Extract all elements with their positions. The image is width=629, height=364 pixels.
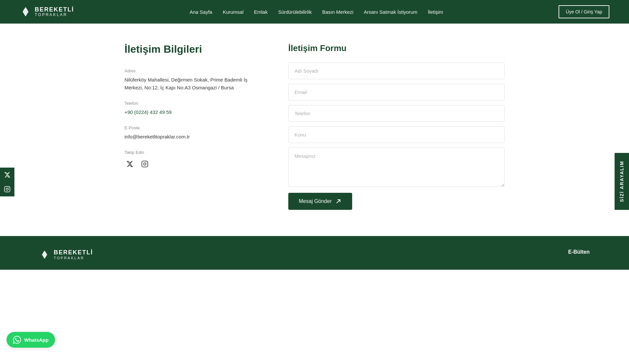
logo-icon bbox=[20, 6, 31, 18]
footer-logo-icon bbox=[39, 249, 50, 260]
email-section: E-Posta info@bereketlitopraklar.com.tr bbox=[124, 125, 262, 141]
instagram-link[interactable] bbox=[140, 159, 150, 169]
sidebar-twitter-button[interactable] bbox=[0, 168, 14, 182]
footer-logo[interactable]: BEREKETLİ TOPRAKLAR bbox=[39, 249, 93, 260]
nav-kurumsal[interactable]: Kurumsal bbox=[223, 9, 243, 15]
nav-iletisim[interactable]: İletişim bbox=[428, 9, 443, 15]
nav-surdurulebilirlik[interactable]: Sürdürülebilirlik bbox=[278, 9, 312, 15]
twitter-x-icon bbox=[4, 172, 10, 178]
subject-field-wrapper bbox=[288, 126, 505, 143]
sidebar-instagram-button[interactable] bbox=[0, 182, 14, 196]
logo-text: BEREKETLİ TOPRAKLAR bbox=[35, 7, 74, 17]
svg-rect-3 bbox=[142, 161, 148, 167]
email-label: E-Posta bbox=[124, 125, 262, 130]
email-field-wrapper bbox=[288, 84, 505, 100]
left-sidebar bbox=[0, 168, 14, 196]
login-button[interactable]: Üye Ol / Giriş Yap bbox=[559, 5, 609, 18]
svg-point-2 bbox=[9, 188, 9, 188]
nav-arsa[interactable]: Arsanı Satmak İstiyorum bbox=[364, 9, 417, 15]
social-icons bbox=[124, 159, 262, 169]
submit-button[interactable]: Mesaj Gönder bbox=[288, 193, 352, 210]
main-content: İletişim Bilgileri Adres Nilüferköy Maha… bbox=[85, 24, 544, 236]
instagram-icon-2 bbox=[141, 160, 148, 168]
instagram-icon bbox=[4, 186, 10, 192]
form-title: İletişim Formu bbox=[288, 43, 505, 53]
page-title: İletişim Bilgileri bbox=[124, 43, 262, 55]
nav-emlak[interactable]: Emlak bbox=[254, 9, 268, 15]
contact-form-section: İletişim Formu Mesaj Gönder bbox=[288, 43, 505, 210]
nav-basin[interactable]: Basın Merkezi bbox=[322, 9, 353, 15]
phone-field-wrapper bbox=[288, 105, 505, 122]
svg-point-5 bbox=[146, 162, 147, 163]
footer-logo-text: BEREKETLİ TOPRAKLAR bbox=[54, 249, 93, 260]
twitter-x-icon-2 bbox=[126, 160, 133, 168]
subject-input[interactable] bbox=[288, 126, 505, 143]
logo[interactable]: BEREKETLİ TOPRAKLAR bbox=[20, 6, 74, 18]
phone-input[interactable] bbox=[288, 105, 505, 122]
phone-label: Telefon bbox=[124, 101, 262, 106]
follow-section: Takip Edin bbox=[124, 150, 262, 169]
twitter-link[interactable] bbox=[124, 159, 135, 169]
nav-anasayfa[interactable]: Ana Sayfa bbox=[190, 9, 212, 15]
submit-label: Mesaj Gönder bbox=[299, 198, 332, 204]
name-input[interactable] bbox=[288, 63, 505, 79]
address-label: Adres bbox=[124, 68, 262, 73]
follow-label: Takip Edin bbox=[124, 150, 262, 155]
right-cta: SİZİ ARAYALIM bbox=[615, 153, 629, 211]
name-field-wrapper bbox=[288, 63, 505, 79]
call-me-button[interactable]: SİZİ ARAYALIM bbox=[615, 153, 629, 210]
footer-top: BEREKETLİ TOPRAKLAR E-Bülten bbox=[39, 249, 590, 260]
footer: BEREKETLİ TOPRAKLAR E-Bülten bbox=[0, 236, 629, 270]
address-value: Nilüferköy Mahallesi, Değirmen Sokak, Pr… bbox=[124, 76, 262, 92]
svg-rect-0 bbox=[5, 187, 10, 192]
message-textarea[interactable] bbox=[288, 148, 505, 187]
message-field-wrapper bbox=[288, 148, 505, 188]
main-nav: Ana Sayfa Kurumsal Emlak Sürdürülebilirl… bbox=[190, 9, 443, 15]
footer-newsletter: E-Bülten bbox=[568, 249, 590, 258]
header: BEREKETLİ TOPRAKLAR Ana Sayfa Kurumsal E… bbox=[0, 0, 629, 24]
email-input[interactable] bbox=[288, 84, 505, 100]
arrow-icon bbox=[335, 198, 342, 205]
newsletter-label: E-Bülten bbox=[568, 249, 590, 255]
phone-value: +90 (0224) 432 49 59 bbox=[124, 108, 262, 116]
email-value: info@bereketlitopraklar.com.tr bbox=[124, 133, 262, 141]
svg-point-4 bbox=[143, 163, 146, 165]
svg-point-1 bbox=[6, 188, 9, 191]
contact-info-section: İletişim Bilgileri Adres Nilüferköy Maha… bbox=[124, 43, 262, 210]
phone-section: Telefon +90 (0224) 432 49 59 bbox=[124, 101, 262, 116]
address-section: Adres Nilüferköy Mahallesi, Değirmen Sok… bbox=[124, 68, 262, 92]
